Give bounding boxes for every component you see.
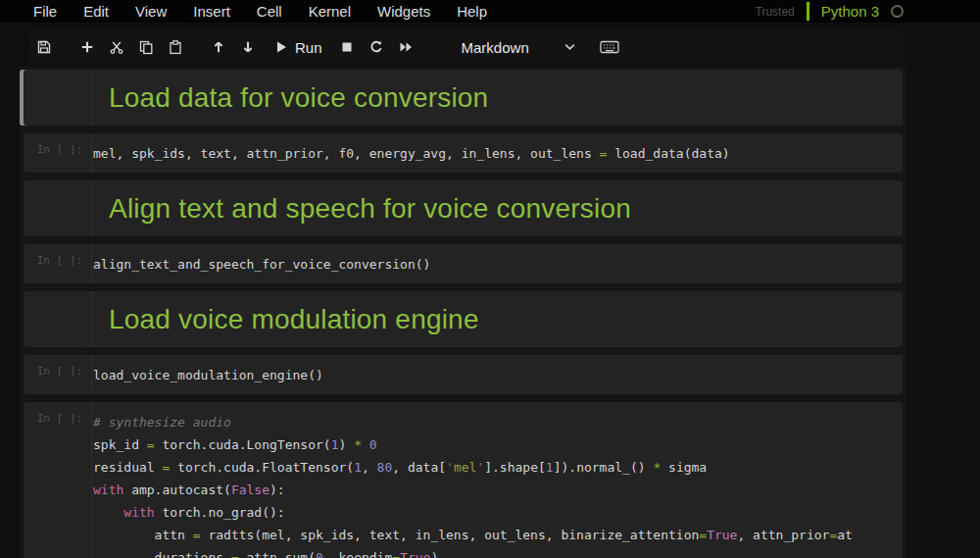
markdown-heading: Load voice modulation engine: [109, 306, 479, 333]
code-line: load_voice_modulation_engine(): [93, 364, 323, 386]
code-content: align_text_and_speech_for_voice_conversi…: [92, 244, 430, 283]
kernel-name[interactable]: Python 3: [821, 3, 879, 20]
menu-item-widgets[interactable]: Widgets: [377, 3, 430, 20]
cell-prompt: In [ ]:: [24, 244, 92, 283]
move-cell-up-button[interactable]: [204, 34, 233, 60]
menu-item-cell[interactable]: Cell: [257, 3, 282, 20]
notebook-toolbar: Run Markdown: [29, 30, 905, 64]
markdown-content: Load voice modulation engine: [92, 291, 479, 347]
code-cell[interactable]: In [ ]:# synthesize audiospk_id = torch.…: [24, 402, 903, 558]
move-down-icon: [240, 39, 256, 55]
cell-type-dropdown[interactable]: Markdown: [456, 36, 581, 59]
menu-item-view[interactable]: View: [135, 3, 167, 20]
add-cell-icon: [79, 39, 95, 55]
code-line: attn = radtts(mel, spk_ids, text, in_len…: [93, 524, 853, 546]
menu-item-insert[interactable]: Insert: [193, 3, 230, 20]
keyboard-icon: [600, 40, 619, 54]
restart-icon: [368, 39, 384, 55]
markdown-cell[interactable]: Load data for voice conversion: [24, 70, 903, 126]
interrupt-kernel-button[interactable]: [332, 34, 362, 60]
cell-prompt: In [ ]:: [24, 402, 92, 558]
cell-prompt: [24, 70, 92, 126]
restart-run-all-button[interactable]: [391, 34, 420, 60]
code-content: # synthesize audiospk_id = torch.cuda.Lo…: [92, 402, 853, 558]
menu-item-file[interactable]: File: [33, 3, 57, 20]
kernel-separator: [807, 2, 809, 21]
cell-prompt: [24, 180, 92, 236]
add-cell-button[interactable]: [73, 34, 102, 60]
code-cell[interactable]: In [ ]:align_text_and_speech_for_voice_c…: [24, 244, 903, 283]
markdown-heading: Load data for voice conversion: [109, 84, 488, 112]
code-line: spk_id = torch.cuda.LongTensor(1) * 0: [93, 433, 853, 456]
trusted-badge: Trusted: [756, 5, 795, 19]
markdown-heading: Align text and speech for voice conversi…: [109, 195, 631, 223]
menu-item-help[interactable]: Help: [457, 3, 487, 20]
chevron-down-icon: [564, 43, 575, 51]
command-palette-button[interactable]: [595, 34, 624, 60]
code-line: # synthesize audio: [93, 411, 853, 433]
cut-icon: [109, 39, 124, 55]
code-line: mel, spk_ids, text, attn_prior, f0, ener…: [93, 142, 730, 165]
cut-cell-button[interactable]: [102, 34, 131, 60]
code-cell[interactable]: In [ ]:load_voice_modulation_engine(): [24, 355, 903, 394]
menu-item-edit[interactable]: Edit: [83, 3, 109, 20]
cell-type-value: Markdown: [462, 39, 529, 56]
code-line: with torch.no_grad():: [93, 501, 853, 524]
menu-item-kernel[interactable]: Kernel: [309, 3, 351, 20]
menubar: File Edit View Insert Cell Kernel Widget…: [0, 0, 980, 23]
kernel-status-icon: [891, 5, 904, 18]
code-line: with amp.autocast(False):: [93, 479, 853, 501]
code-content: load_voice_modulation_engine(): [92, 355, 323, 394]
save-button[interactable]: [29, 34, 59, 60]
notebook-area: Load data for voice conversionIn [ ]:mel…: [20, 67, 906, 558]
markdown-content: Align text and speech for voice conversi…: [92, 180, 631, 236]
code-line: durations = attn.sum(0, keepdim=True): [93, 546, 853, 558]
cell-prompt: In [ ]:: [24, 133, 92, 173]
copy-icon: [138, 39, 154, 55]
cell-prompt: In [ ]:: [24, 355, 92, 394]
paste-cell-button[interactable]: [161, 34, 190, 60]
markdown-content: Load data for voice conversion: [92, 70, 488, 126]
code-line: align_text_and_speech_for_voice_conversi…: [93, 253, 430, 276]
code-line: residual = torch.cuda.FloatTensor(1, 80,…: [93, 456, 853, 479]
run-button[interactable]: Run: [274, 39, 322, 56]
paste-icon: [168, 39, 183, 55]
kernel-indicator-area: Trusted Python 3: [756, 0, 904, 23]
run-icon: [274, 40, 288, 54]
markdown-cell[interactable]: Align text and speech for voice conversi…: [24, 180, 903, 236]
move-cell-down-button[interactable]: [233, 34, 263, 60]
save-icon: [36, 39, 52, 55]
code-cell[interactable]: In [ ]:mel, spk_ids, text, attn_prior, f…: [24, 133, 903, 173]
markdown-cell[interactable]: Load voice modulation engine: [24, 291, 903, 347]
copy-cell-button[interactable]: [131, 34, 161, 60]
stop-icon: [340, 40, 354, 54]
run-label: Run: [295, 39, 322, 56]
cell-prompt: [24, 291, 92, 347]
fast-forward-icon: [398, 39, 414, 55]
move-up-icon: [211, 39, 226, 55]
code-content: mel, spk_ids, text, attn_prior, f0, ener…: [92, 133, 730, 173]
restart-kernel-button[interactable]: [362, 34, 391, 60]
